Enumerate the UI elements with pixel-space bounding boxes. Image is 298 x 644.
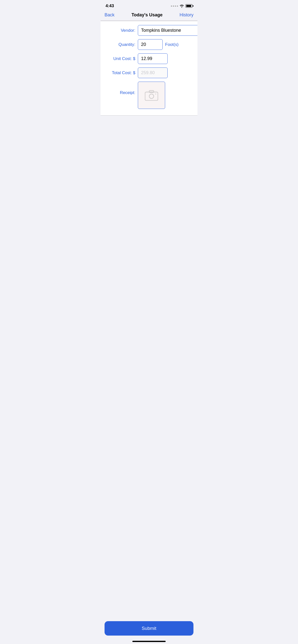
receipt-label: Receipt: — [106, 82, 135, 95]
content-spacer — [101, 116, 197, 240]
battery-icon — [185, 4, 192, 8]
svg-point-1 — [149, 94, 154, 98]
back-button[interactable]: Back — [105, 12, 115, 18]
quantity-label: Quantity: — [106, 42, 135, 47]
unit-cost-label: Unit Cost: $ — [106, 56, 135, 61]
svg-point-3 — [155, 94, 156, 94]
signal-dots-icon — [171, 6, 178, 7]
camera-icon — [145, 90, 158, 101]
unit-cost-input[interactable] — [138, 53, 168, 64]
vendor-label: Vendor: — [106, 28, 135, 33]
wifi-icon — [180, 4, 184, 8]
navigation-bar: Back Today's Usage History — [101, 10, 197, 21]
status-time: 4:43 — [106, 4, 114, 8]
status-icons — [171, 4, 192, 8]
quantity-unit-label: Foot(s) — [165, 42, 179, 47]
receipt-upload-button[interactable] — [138, 82, 165, 109]
total-cost-input — [138, 68, 168, 78]
form-section: Vendor: Quantity: Foot(s) Unit Cost: $ T… — [101, 21, 197, 116]
svg-rect-2 — [149, 90, 154, 92]
svg-rect-0 — [145, 92, 158, 100]
quantity-row: Quantity: Foot(s) — [106, 39, 192, 50]
receipt-row: Receipt: — [106, 82, 192, 109]
page-title: Today's Usage — [132, 12, 163, 18]
unit-cost-row: Unit Cost: $ — [106, 53, 192, 64]
vendor-input[interactable] — [138, 25, 197, 36]
total-cost-label: Total Cost: $ — [106, 70, 135, 76]
history-button[interactable]: History — [180, 12, 193, 18]
total-cost-row: Total Cost: $ — [106, 68, 192, 78]
vendor-row: Vendor: — [106, 25, 192, 36]
quantity-input[interactable] — [138, 39, 163, 50]
status-bar: 4:43 — [101, 0, 197, 10]
